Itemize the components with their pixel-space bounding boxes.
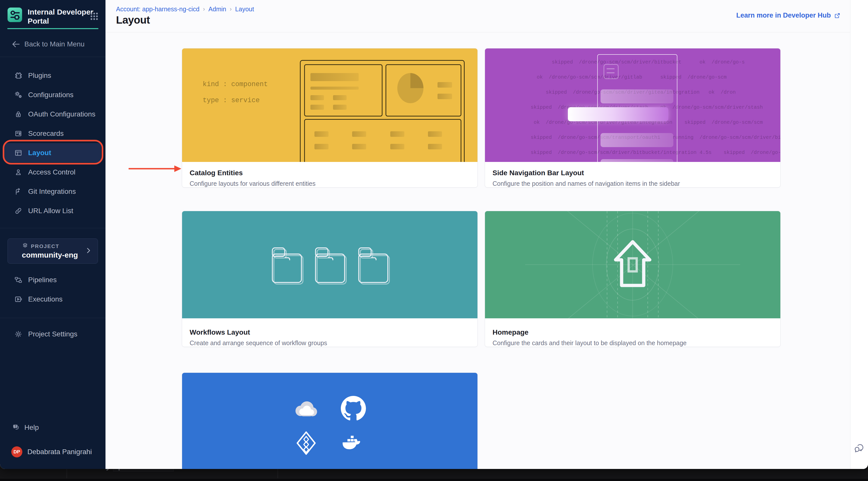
- sidebar-item-oauth-configurations[interactable]: OAuth Configurations: [0, 104, 105, 124]
- card-integrations[interactable]: [182, 373, 478, 469]
- idp-logo-icon: [7, 7, 22, 22]
- breadcrumb-separator: ›: [203, 6, 205, 12]
- user-menu[interactable]: DP Debabrata Panigrahi: [11, 446, 92, 457]
- sidebar-item-label: OAuth Configurations: [28, 110, 95, 118]
- external-link-icon: [834, 12, 841, 19]
- breadcrumb-admin-link[interactable]: Admin: [209, 5, 226, 13]
- card-subtitle: Configure the position and names of navi…: [493, 180, 773, 187]
- gear-icon: [14, 330, 23, 339]
- google-cloud-icon: [293, 395, 319, 421]
- github-icon: [340, 395, 366, 421]
- learn-more-label: Learn more in Developer Hub: [736, 11, 831, 19]
- project-name: community-eng: [22, 251, 78, 259]
- card-caption: Homepage Configure the cards and their l…: [485, 318, 780, 347]
- card-caption: Catalog Entities Configure layouts for v…: [182, 162, 477, 187]
- folder-icon: [311, 245, 349, 285]
- mock-layout-frame: [300, 60, 465, 162]
- card-catalog-entities[interactable]: kind : component type : service: [182, 48, 478, 188]
- user-name: Debabrata Panigrahi: [27, 448, 92, 456]
- sidebar-item-label: Project Settings: [28, 330, 78, 338]
- project-eyebrow: PROJECT: [31, 243, 59, 249]
- sidebar-item-plugins[interactable]: Plugins: [0, 66, 105, 85]
- sidebar-item-label: URL Allow List: [28, 207, 73, 215]
- executions-icon: [14, 295, 23, 303]
- main-content: Account: app-harness-ng-cicd › Admin › L…: [105, 0, 850, 469]
- integrations-illustration: [182, 373, 477, 469]
- card-workflows-layout[interactable]: Workflows Layout Create and arrange sequ…: [182, 211, 478, 347]
- back-to-main-menu[interactable]: Back to Main Menu: [11, 40, 85, 49]
- sidebar-item-scorecards[interactable]: Scorecards: [0, 124, 105, 143]
- back-label: Back to Main Menu: [24, 40, 85, 48]
- sidebar-item-label: Git Integrations: [28, 188, 76, 196]
- svg-text:?: ?: [14, 425, 16, 428]
- card-caption: Side Navigation Bar Layout Configure the…: [485, 162, 780, 187]
- card-subtitle: Configure the cards and their layout to …: [493, 340, 773, 347]
- card-title: Workflows Layout: [190, 328, 470, 336]
- card-title: Catalog Entities: [190, 169, 470, 177]
- page-header: Account: app-harness-ng-cicd › Admin › L…: [105, 0, 850, 32]
- sidebar-item-pipelines[interactable]: Pipelines: [0, 270, 105, 289]
- learn-more-link[interactable]: Learn more in Developer Hub: [736, 11, 841, 19]
- sidebar-item-label: Scorecards: [28, 130, 64, 137]
- diamond-grid-icon: [293, 430, 319, 456]
- homepage-illustration: [485, 211, 780, 318]
- help-button[interactable]: ? Help: [12, 423, 39, 432]
- sidebar-item-label: Configurations: [28, 91, 73, 99]
- project-selector[interactable]: PROJECT community-eng: [7, 238, 98, 264]
- gears-icon: [14, 91, 23, 99]
- folder-icon: [354, 245, 392, 285]
- sidebar-item-label: Plugins: [28, 71, 51, 79]
- mock-panel: [385, 64, 461, 117]
- sidebar-settings-nav: Project Settings: [0, 324, 105, 344]
- chevron-right-icon: [85, 247, 92, 254]
- desktop-background: More threads # weekly-updates-idn Intern…: [0, 0, 868, 481]
- layout-icon: [14, 149, 23, 157]
- sidebar-item-project-settings[interactable]: Project Settings: [0, 324, 105, 344]
- brand-divider: [7, 28, 98, 29]
- background-bottom-bar: [0, 478, 868, 481]
- person-icon: [14, 168, 23, 177]
- scorecard-icon: [14, 129, 23, 138]
- layers-icon: [22, 242, 28, 249]
- sidebar-item-label: Pipelines: [28, 276, 57, 284]
- card-subtitle: Configure layouts for various different …: [190, 180, 470, 187]
- brand-title: Internal Developer Portal: [28, 7, 93, 26]
- mock-panel: [304, 119, 461, 162]
- breadcrumb: Account: app-harness-ng-cicd › Admin › L…: [116, 5, 254, 13]
- sidebar-item-layout[interactable]: Layout: [4, 143, 101, 162]
- git-branch-icon: [14, 187, 23, 196]
- side-nav-illustration: skipped /drone/go-scm/scm/driver/bitbuck…: [485, 49, 780, 162]
- sidebar-item-executions[interactable]: Executions: [0, 289, 105, 309]
- mock-nav-bar-highlighted: [568, 107, 668, 121]
- sidebar: Internal Developer Portal Back to Main M…: [0, 0, 105, 469]
- sidebar-item-configurations[interactable]: Configurations: [0, 85, 105, 104]
- sidebar-item-label: Access Control: [28, 168, 75, 176]
- mock-nav-bar: [600, 89, 673, 103]
- catalog-entities-illustration: kind : component type : service: [182, 49, 477, 162]
- card-side-navigation-bar-layout[interactable]: skipped /drone/go-scm/scm/driver/bitbuck…: [485, 48, 781, 188]
- card-subtitle: Create and arrange sequence of workflow …: [190, 340, 470, 347]
- sidebar-item-git-integrations[interactable]: Git Integrations: [0, 182, 105, 201]
- sidebar-divider: [0, 57, 105, 57]
- plugins-icon: [14, 71, 23, 80]
- sidebar-admin-nav: Plugins Configurations OAuth Configurati…: [0, 66, 105, 220]
- mock-nav-bar: [600, 133, 673, 147]
- sidebar-item-label: Layout: [28, 149, 51, 157]
- card-homepage[interactable]: Homepage Configure the cards and their l…: [485, 211, 781, 347]
- sidebar-item-url-allow-list[interactable]: URL Allow List: [0, 201, 105, 220]
- mock-nav-bar: [600, 159, 673, 162]
- back-arrow-icon: [11, 40, 20, 49]
- breadcrumb-layout-link[interactable]: Layout: [235, 5, 254, 13]
- mock-panel: [304, 64, 382, 117]
- app-grid-icon[interactable]: [90, 12, 98, 21]
- sidebar-item-access-control[interactable]: Access Control: [0, 162, 105, 182]
- card-caption: Workflows Layout Create and arrange sequ…: [182, 318, 477, 347]
- card-title: Homepage: [493, 328, 773, 336]
- pipelines-icon: [14, 276, 23, 284]
- workflows-illustration: [182, 211, 477, 318]
- breadcrumb-account-link[interactable]: Account: app-harness-ng-cicd: [116, 5, 199, 13]
- lock-icon: [14, 110, 23, 119]
- code-line: type : service: [203, 97, 260, 104]
- right-rail: [850, 0, 868, 469]
- chat-bubbles-icon[interactable]: [854, 443, 865, 454]
